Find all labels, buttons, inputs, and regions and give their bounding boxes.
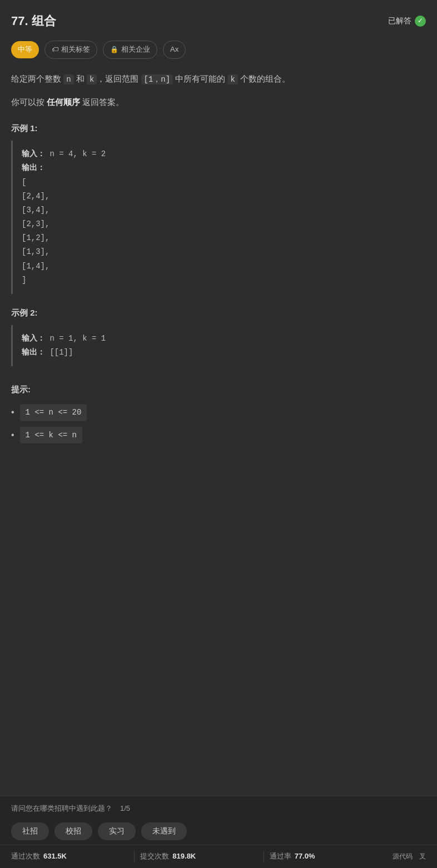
desc-k: k (87, 74, 97, 84)
font-size-icon: Ax (170, 44, 178, 56)
problem-description-2: 你可以按 任何顺序 返回答案。 (11, 94, 426, 109)
desc-k2: k (227, 74, 237, 84)
recruit-btn-shezao[interactable]: 社招 (11, 822, 49, 840)
source-code-link[interactable]: 源代码 (393, 851, 413, 862)
problem-description: 给定两个整数 n 和 k，返回范围 [1，n] 中所有可能的 k 个数的组合。 (11, 71, 426, 87)
check-icon: ✓ (415, 16, 426, 27)
stat-rate-value: 77.0% (295, 851, 315, 862)
stat-submit-value: 819.8K (172, 851, 196, 862)
stat-pass-label: 通过次数 (11, 851, 40, 862)
desc-part1: 给定两个整数 (11, 74, 63, 83)
hint-bullet-2: • (11, 428, 14, 442)
problem-title: 77. 组合 (11, 11, 56, 31)
example1-output: 输出： (22, 161, 417, 175)
source-links: 源代码 叉 (393, 851, 426, 862)
close-link[interactable]: 叉 (419, 851, 426, 862)
related-companies-label: 相关企业 (121, 44, 150, 56)
desc-part4: 个数的组合。 (238, 74, 290, 83)
tags-row: 中等 🏷 相关标签 🔒 相关企业 Ax (11, 41, 426, 59)
hint1-code: 1 <= n <= 20 (20, 404, 87, 421)
example1-title: 示例 1: (11, 122, 426, 135)
stat-submit-count: 提交次数 819.8K (140, 851, 257, 862)
example2-output-label: 输出： (22, 348, 45, 357)
tag-icon: 🏷 (52, 44, 58, 55)
solved-label: 已解答 (388, 14, 411, 27)
stat-submit-label: 提交次数 (140, 851, 169, 862)
example1-output-label: 输出： (22, 163, 45, 172)
example2-input: 输入： n = 1, k = 1 (22, 332, 417, 346)
desc-range: [1，n] (141, 74, 173, 84)
example2-input-label: 输入： (22, 334, 45, 343)
desc-n: n (63, 74, 73, 84)
example1-input: 输入： n = 4, k = 2 (22, 147, 417, 161)
desc-bold: 任何顺序 (47, 97, 80, 107)
example1-output-value: [ [2,4], [3,4], [2,3], [1,2], [1,3], [1,… (22, 176, 417, 288)
example1-block: 输入： n = 4, k = 2 输出： [ [2,4], [3,4], [2,… (11, 141, 426, 294)
desc-and: 和 (74, 74, 87, 83)
stat-pass-count: 通过次数 631.5K (11, 851, 128, 862)
desc-part3: 中所有可能的 (173, 74, 227, 83)
related-companies-button[interactable]: 🔒 相关企业 (103, 41, 157, 59)
desc-line2-2: 返回答案。 (80, 97, 124, 107)
hint-bullet-1: • (11, 405, 14, 420)
stat-pass-value: 631.5K (43, 851, 67, 862)
recruitment-question: 请问您在哪类招聘中遇到此题？ (11, 803, 112, 815)
desc-part2: ，返回范围 (97, 74, 141, 83)
hint-item-2: • 1 <= k <= n (11, 427, 426, 443)
hint2-code: 1 <= k <= n (20, 427, 82, 443)
bottom-bar: 请问您在哪类招聘中遇到此题？ 1/5 社招 校招 实习 未遇到 通过次数 631… (0, 796, 437, 868)
related-tags-button[interactable]: 🏷 相关标签 (44, 41, 97, 59)
example2-output-value: [[1]] (49, 348, 73, 357)
example2-input-value: n = 1, k = 1 (49, 334, 106, 343)
stat-rate-label: 通过率 (270, 851, 291, 862)
difficulty-tag[interactable]: 中等 (11, 41, 39, 58)
stat-divider-2 (264, 851, 264, 862)
recruit-btn-shixi[interactable]: 实习 (98, 822, 136, 840)
lock-icon: 🔒 (110, 44, 118, 55)
example1-input-label: 输入： (22, 149, 45, 158)
stat-divider-1 (134, 851, 135, 862)
example1-input-value: n = 4, k = 2 (49, 149, 106, 158)
recruitment-row: 请问您在哪类招聘中遇到此题？ 1/5 (0, 796, 437, 819)
desc-line2-1: 你可以按 (11, 97, 47, 107)
recruitment-count: 1/5 (120, 803, 130, 815)
example2-output: 输出： [[1]] (22, 346, 417, 360)
stats-row: 通过次数 631.5K 提交次数 819.8K 通过率 77.0% 源代码 叉 (0, 845, 437, 868)
example2-block: 输入： n = 1, k = 1 输出： [[1]] (11, 325, 426, 366)
recruitment-buttons: 社招 校招 实习 未遇到 (0, 822, 437, 845)
hints-title: 提示: (11, 383, 426, 396)
related-tags-label: 相关标签 (61, 44, 90, 56)
hint-item-1: • 1 <= n <= 20 (11, 404, 426, 421)
recruit-btn-not-encountered[interactable]: 未遇到 (141, 822, 187, 840)
example2-title: 示例 2: (11, 306, 426, 320)
stat-pass-rate: 通过率 77.0% (270, 851, 387, 862)
font-size-button[interactable]: Ax (163, 41, 186, 59)
solved-badge: 已解答 ✓ (388, 14, 426, 27)
recruit-btn-xiaozao[interactable]: 校招 (54, 822, 92, 840)
